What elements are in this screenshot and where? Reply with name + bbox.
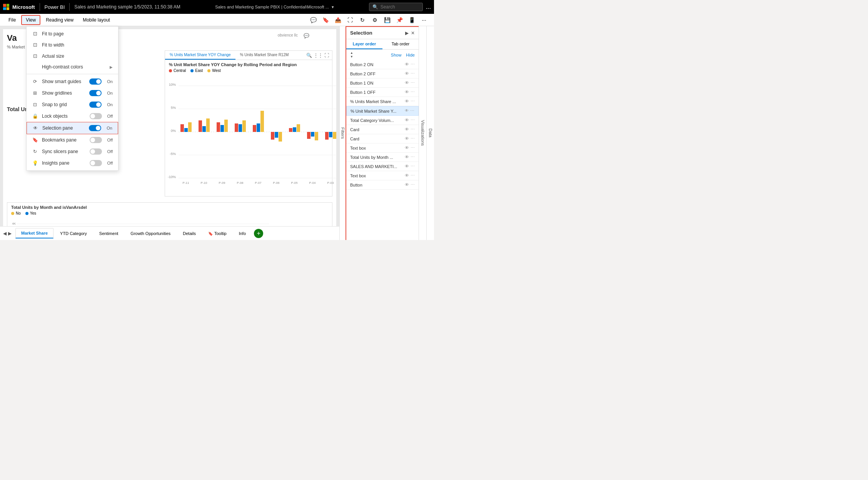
more-icon-total-cat[interactable]: ⋯ bbox=[411, 118, 415, 123]
share-icon[interactable]: 📤 bbox=[332, 15, 343, 25]
bookmark-icon[interactable]: 🔖 bbox=[320, 15, 331, 25]
data-panel-tab[interactable]: Data bbox=[426, 26, 434, 240]
tab-info[interactable]: Info bbox=[233, 228, 252, 238]
visualizations-panel-tab[interactable]: Visualizations bbox=[419, 26, 426, 240]
sel-item-card2[interactable]: Card 👁 ⋯ bbox=[346, 134, 419, 143]
sel-item-card1[interactable]: Card 👁 ⋯ bbox=[346, 125, 419, 134]
tab-next-arrow[interactable]: ▶ bbox=[8, 231, 12, 236]
sel-item-total-cat[interactable]: Total Category Volum... 👁 ⋯ bbox=[346, 116, 419, 125]
sel-item-btn1off[interactable]: Button 1 OFF 👁 ⋯ bbox=[346, 88, 419, 97]
phone-icon[interactable]: 📱 bbox=[406, 15, 417, 25]
filter-icon[interactable]: 🔍 bbox=[306, 53, 312, 58]
lock-objects-item[interactable]: 🔒 Lock objects Off bbox=[27, 110, 118, 122]
eye-icon-unit-share-yoy[interactable]: 👁 bbox=[405, 108, 409, 113]
sel-item-unit-share-yoy[interactable]: % Unit Market Share Y... 👁 ⋯ bbox=[346, 106, 419, 116]
sync-slicers-toggle[interactable] bbox=[90, 148, 102, 155]
fit-to-width-item[interactable]: ⊡ Fit to width bbox=[27, 39, 118, 50]
more-icon-btn1on[interactable]: ⋯ bbox=[411, 80, 415, 85]
eye-icon-total-cat[interactable]: 👁 bbox=[405, 118, 409, 123]
search-input[interactable] bbox=[381, 4, 419, 10]
more-icon-card1[interactable]: ⋯ bbox=[411, 127, 415, 132]
smart-guides-toggle[interactable] bbox=[89, 78, 102, 85]
actual-size-item[interactable]: ⊡ Actual size bbox=[27, 50, 118, 62]
eye-icon-card2[interactable]: 👁 bbox=[405, 136, 409, 141]
insights-pane-toggle[interactable] bbox=[90, 160, 102, 166]
more-icon-textbox1[interactable]: ⋯ bbox=[411, 145, 415, 150]
selection-pane-item[interactable]: 👁 Selection pane On bbox=[27, 122, 118, 134]
sel-item-textbox2[interactable]: Text box 👁 ⋯ bbox=[346, 171, 419, 180]
view-menu-button[interactable]: View bbox=[21, 15, 40, 25]
bookmarks-pane-item[interactable]: 🔖 Bookmarks pane Off bbox=[27, 134, 118, 146]
eye-icon-btn2on[interactable]: 👁 bbox=[405, 62, 409, 67]
tab-ytd-category[interactable]: YTD Category bbox=[54, 228, 93, 238]
mobile-layout-button[interactable]: Mobile layout bbox=[79, 16, 114, 24]
show-button[interactable]: Show bbox=[391, 53, 402, 57]
tab-growth-opportunities[interactable]: Growth Opportunities bbox=[125, 228, 176, 238]
snap-to-grid-toggle[interactable] bbox=[89, 102, 102, 108]
gridlines-toggle[interactable] bbox=[89, 90, 102, 96]
tab-layer-order[interactable]: Layer order bbox=[346, 39, 382, 49]
more-icon-btn2on[interactable]: ⋯ bbox=[411, 62, 415, 67]
more-icon-button[interactable]: ⋯ bbox=[411, 182, 415, 187]
expand-icon[interactable]: ⛶ bbox=[324, 53, 329, 58]
file-menu-button[interactable]: File bbox=[5, 16, 20, 24]
gridlines-item[interactable]: ⊞ Show gridlines On bbox=[27, 87, 118, 99]
file-path-chevron[interactable]: ▾ bbox=[332, 5, 334, 9]
yoy-tab1[interactable]: % Units Market Share YOY Change bbox=[165, 51, 235, 60]
arrow-down-icon[interactable]: ▼ bbox=[350, 55, 353, 58]
tab-tab-order[interactable]: Tab order bbox=[382, 39, 419, 49]
eye-icon-card1[interactable]: 👁 bbox=[405, 127, 409, 132]
eye-icon-units-share[interactable]: 👁 bbox=[405, 99, 409, 104]
insights-pane-item[interactable]: 💡 Insights pane Off bbox=[27, 157, 118, 169]
sel-item-btn2off[interactable]: Button 2 OFF 👁 ⋯ bbox=[346, 69, 419, 78]
fullscreen-icon[interactable]: ⛶ bbox=[345, 15, 356, 25]
reading-view-button[interactable]: Reading view bbox=[42, 16, 77, 24]
sel-item-units-share[interactable]: % Units Market Share ... 👁 ⋯ bbox=[346, 97, 419, 106]
tab-tooltip[interactable]: 🔖 Tooltip bbox=[202, 228, 232, 238]
eye-icon-btn2off[interactable]: 👁 bbox=[405, 71, 409, 76]
more-ribbon-icon[interactable]: ··· bbox=[419, 15, 429, 25]
more-icon-total-units[interactable]: ⋯ bbox=[411, 155, 415, 160]
sel-item-btn2on[interactable]: Button 2 ON 👁 ⋯ bbox=[346, 60, 419, 69]
tab-sentiment[interactable]: Sentiment bbox=[93, 228, 124, 238]
more-icon-card2[interactable]: ⋯ bbox=[411, 136, 415, 141]
eye-icon-total-units[interactable]: 👁 bbox=[405, 155, 409, 160]
fit-to-page-item[interactable]: ⊡ Fit to page bbox=[27, 28, 118, 39]
tab-details[interactable]: Details bbox=[177, 228, 202, 238]
sel-item-button[interactable]: Button 👁 ⋯ bbox=[346, 180, 419, 190]
high-contrast-item[interactable]: High-contrast colors ▶ bbox=[27, 62, 118, 72]
save-icon[interactable]: 💾 bbox=[382, 15, 392, 25]
eye-icon-button[interactable]: 👁 bbox=[405, 182, 409, 187]
more-icon-btn2off[interactable]: ⋯ bbox=[411, 71, 415, 76]
bookmarks-pane-toggle[interactable] bbox=[90, 137, 102, 143]
sel-item-total-units[interactable]: Total Units by Month ... 👁 ⋯ bbox=[346, 153, 419, 162]
more-icon-unit-share-yoy[interactable]: ⋯ bbox=[410, 108, 414, 113]
snap-to-grid-item[interactable]: ⊡ Snap to grid On bbox=[27, 99, 118, 110]
more-icon-units-share[interactable]: ⋯ bbox=[411, 99, 415, 104]
pin-icon[interactable]: 📌 bbox=[394, 15, 405, 25]
filters-panel[interactable]: Filters bbox=[339, 26, 346, 240]
close-selection-icon[interactable]: ✕ bbox=[411, 30, 415, 36]
refresh-icon[interactable]: ↻ bbox=[357, 15, 368, 25]
more-icon-textbox2[interactable]: ⋯ bbox=[411, 173, 415, 178]
eye-icon-sales-mkt[interactable]: 👁 bbox=[405, 164, 409, 169]
eye-icon-btn1on[interactable]: 👁 bbox=[405, 80, 409, 85]
tab-prev-arrow[interactable]: ◀ bbox=[3, 231, 7, 236]
sync-slicers-item[interactable]: ↻ Sync slicers pane Off bbox=[27, 146, 118, 157]
search-box[interactable]: 🔍 bbox=[369, 3, 423, 11]
sel-item-btn1on[interactable]: Button 1 ON 👁 ⋯ bbox=[346, 78, 419, 88]
lock-objects-toggle[interactable] bbox=[90, 113, 102, 119]
add-tab-button[interactable]: + bbox=[254, 229, 263, 238]
more-options-icon[interactable]: ... bbox=[426, 3, 431, 10]
selection-pane-toggle[interactable] bbox=[89, 125, 101, 131]
yoy-tab2[interactable]: % Units Market Share R12M bbox=[235, 51, 294, 60]
smart-guides-item[interactable]: ⟳ Show smart guides On bbox=[27, 76, 118, 87]
comment-button[interactable]: 💬 bbox=[304, 33, 309, 38]
tab-market-share[interactable]: Market Share bbox=[15, 228, 53, 238]
sel-item-sales-mkt[interactable]: SALES AND MARKETI... 👁 ⋯ bbox=[346, 162, 419, 171]
sel-item-textbox1[interactable]: Text box 👁 ⋯ bbox=[346, 143, 419, 153]
settings-icon[interactable]: ⚙ bbox=[369, 15, 380, 25]
arrow-up-icon[interactable]: ▲ bbox=[350, 51, 353, 55]
more-icon-btn1off[interactable]: ⋯ bbox=[411, 90, 415, 95]
more-icon-sales-mkt[interactable]: ⋯ bbox=[411, 164, 415, 169]
